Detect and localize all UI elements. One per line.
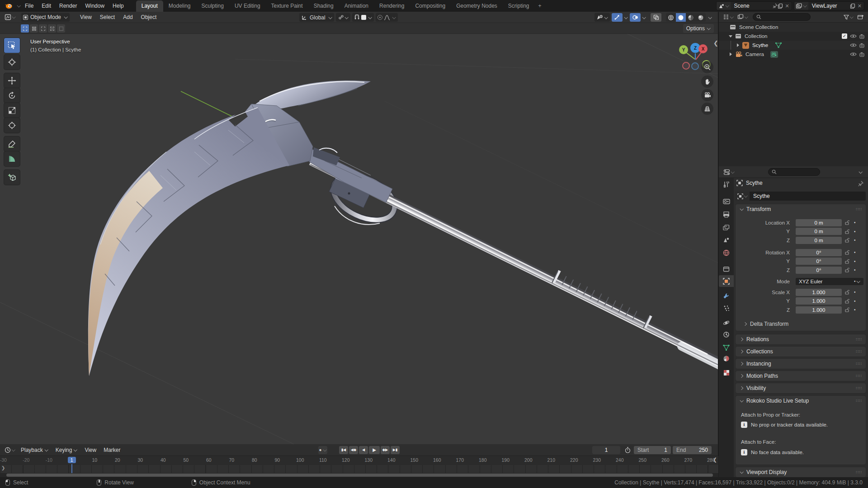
pivot-dropdown[interactable] (336, 13, 350, 22)
timeline-scrollbar[interactable] (6, 474, 713, 477)
xray-toggle[interactable] (651, 13, 661, 22)
display-mode-dropdown[interactable] (736, 13, 750, 21)
topbar-menu-item[interactable]: Window (81, 0, 108, 12)
tab-modifiers[interactable] (719, 290, 734, 302)
new-collection-button[interactable] (855, 13, 866, 21)
delta-transform-subpanel[interactable]: Delta Transform (739, 319, 792, 329)
value-slider[interactable]: 0° (796, 258, 842, 265)
tab-view-layer[interactable] (719, 221, 734, 233)
timeline-editor-type-button[interactable] (3, 446, 17, 454)
rokoko-panel-header[interactable]: Rokoko Studio Live Setup ∷∷ (736, 396, 866, 406)
animate-dot[interactable]: • (854, 299, 856, 304)
new-viewlayer-icon[interactable] (850, 3, 855, 9)
chevron-down-icon[interactable] (17, 4, 20, 7)
tab-object-data[interactable] (719, 342, 734, 353)
animate-dot[interactable]: • (854, 229, 856, 234)
rotation-mode-dropdown[interactable]: XYZ Euler (796, 278, 863, 285)
hide-eye-icon[interactable] (850, 43, 857, 47)
tool-transform[interactable] (4, 118, 20, 133)
play-button[interactable]: ▶ (369, 446, 380, 454)
magnet-icon[interactable] (354, 14, 360, 21)
workspace-tab[interactable]: Modeling (163, 0, 196, 12)
drag-dots-icon[interactable]: ∷∷ (856, 349, 862, 354)
shading-rendered-button[interactable] (696, 13, 706, 22)
collapse-panel-arrow[interactable]: ❮ (713, 40, 718, 47)
collapsed-panel[interactable]: Instancing ∷∷ (736, 359, 866, 369)
hide-eye-icon[interactable] (850, 52, 857, 56)
value-slider[interactable]: 0 m (796, 228, 842, 235)
tab-material[interactable] (719, 352, 734, 364)
lock-open-icon[interactable] (845, 290, 849, 295)
viewlayer-name[interactable]: ViewLayer (808, 3, 850, 9)
topbar-menu-item[interactable]: Edit (38, 0, 55, 12)
select-mode-subtract-button[interactable] (39, 24, 47, 33)
workspace-tab[interactable]: Texture Paint (266, 0, 308, 12)
outliner-row-scene-collection[interactable]: Scene Collection (719, 23, 868, 32)
object-name-field[interactable]: Scythe (736, 192, 866, 201)
id-browse-button[interactable] (736, 192, 750, 201)
disable-render-icon[interactable] (859, 52, 865, 57)
lock-open-icon[interactable] (845, 220, 849, 225)
shading-solid-button[interactable] (676, 13, 686, 22)
tool-scale[interactable] (4, 103, 20, 118)
lock-open-icon[interactable] (845, 267, 849, 272)
jump-to-start-button[interactable]: ▮◀ (339, 446, 348, 454)
gizmo-axis-z-neg[interactable] (691, 62, 699, 70)
drag-dots-icon[interactable]: ∷∷ (856, 361, 862, 366)
value-slider[interactable]: 0 m (796, 237, 842, 244)
frame-start-field[interactable]: Start 1 (634, 446, 671, 454)
viewport-display-panel[interactable]: Viewport Display ∷∷ (736, 467, 866, 477)
outliner-editor-type-button[interactable] (721, 13, 736, 21)
gizmo-axis-x[interactable]: X (698, 44, 708, 53)
lock-open-icon[interactable] (845, 229, 849, 234)
disclosure-triangle-icon[interactable] (730, 52, 732, 56)
tab-physics[interactable] (719, 317, 734, 328)
scene-browse-button[interactable] (717, 2, 731, 10)
animate-dot[interactable]: • (854, 307, 856, 312)
unlink-scene-icon[interactable]: ✕ (783, 3, 792, 9)
topbar-menu-item[interactable]: File (21, 0, 38, 12)
workspace-tab[interactable]: Rendering (374, 0, 410, 12)
remove-viewlayer-icon[interactable]: ✕ (855, 3, 864, 9)
value-slider[interactable]: 1.000 (796, 306, 842, 314)
collapsed-panel[interactable]: Motion Paths ∷∷ (736, 371, 866, 381)
tool-measure[interactable] (4, 151, 20, 166)
outliner-row-collection[interactable]: Collection ✓ (719, 32, 868, 41)
pin-icon[interactable] (772, 3, 778, 9)
tool-add-cube[interactable] (4, 170, 20, 185)
tool-select-box[interactable] (4, 38, 20, 53)
stopwatch-icon[interactable] (625, 447, 631, 453)
timeline-tracks[interactable] (0, 465, 718, 473)
collapsed-panel[interactable]: Relations ∷∷ (736, 334, 866, 344)
viewport-menu-item[interactable]: Object (137, 14, 161, 20)
disclosure-triangle-icon[interactable] (737, 43, 739, 47)
shading-material-button[interactable] (686, 13, 696, 22)
select-mode-invert-button[interactable] (48, 24, 56, 33)
lock-open-icon[interactable] (845, 238, 849, 243)
collapsed-panel[interactable]: Visibility ∷∷ (736, 383, 866, 393)
scene-name[interactable]: Scene (731, 3, 772, 9)
pin-icon[interactable] (858, 181, 863, 187)
drag-dots-icon[interactable]: ∷∷ (856, 470, 862, 474)
mode-dropdown[interactable]: Object Mode (21, 13, 70, 22)
tab-object[interactable] (719, 275, 734, 287)
tab-output[interactable] (719, 209, 734, 221)
tool-annotate[interactable] (4, 136, 20, 151)
current-frame-field[interactable]: 1 (592, 446, 620, 454)
workspace-tab[interactable]: Sculpting (196, 0, 229, 12)
properties-search-input[interactable] (768, 168, 820, 176)
channel-expand-icon[interactable]: ❯ (1, 465, 5, 470)
timeline-menu-playback[interactable]: Playback (17, 447, 52, 453)
viewport-menu-item[interactable]: View (76, 14, 96, 20)
orientation-dropdown[interactable]: Global (299, 13, 334, 22)
properties-options-dropdown[interactable] (859, 170, 862, 174)
playhead[interactable] (71, 464, 72, 473)
proportional-icon[interactable] (377, 15, 382, 20)
auto-keying-button[interactable]: ● (318, 446, 327, 454)
disclosure-triangle-icon[interactable] (729, 35, 732, 38)
drag-dots-icon[interactable]: ∷∷ (856, 399, 862, 403)
drag-dots-icon[interactable]: ∷∷ (856, 207, 862, 211)
animate-dot[interactable]: • (854, 238, 856, 243)
show-gizmos-toggle[interactable] (612, 13, 623, 22)
disable-render-icon[interactable] (859, 43, 865, 48)
